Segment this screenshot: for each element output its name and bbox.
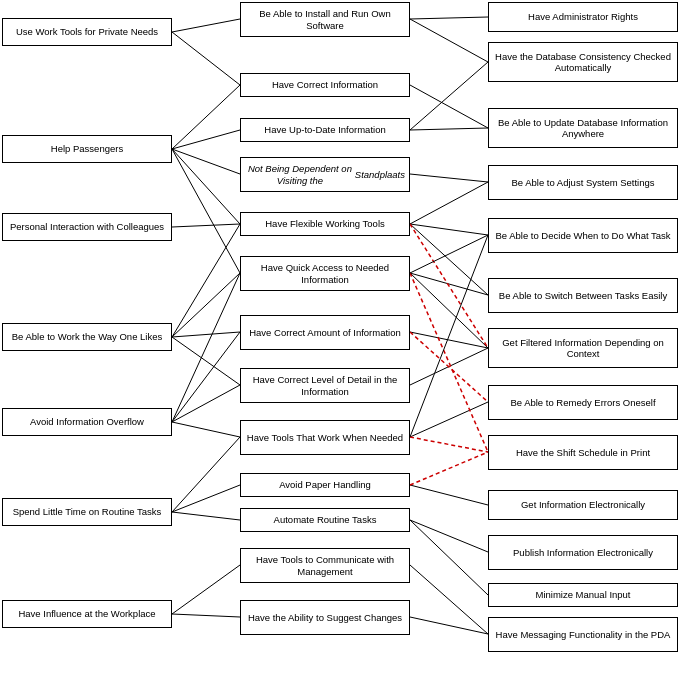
svg-line-16 (172, 437, 240, 512)
node-l2: Help Passengers (2, 135, 172, 163)
svg-line-25 (410, 224, 488, 235)
node-r12: Minimize Manual Input (488, 583, 678, 607)
svg-line-36 (410, 520, 488, 552)
svg-line-38 (410, 565, 488, 634)
node-m6: Have Quick Access to Needed Information (240, 256, 410, 291)
svg-line-17 (172, 485, 240, 512)
node-r4: Be Able to Adjust System Settings (488, 165, 678, 200)
svg-line-3 (172, 130, 240, 149)
node-m2: Have Correct Information (240, 73, 410, 97)
node-r11: Publish Information Electronically (488, 535, 678, 570)
svg-line-33 (410, 437, 488, 452)
node-r10: Get Information Electronically (488, 490, 678, 520)
svg-line-13 (172, 332, 240, 422)
svg-line-41 (410, 273, 488, 452)
node-r9: Have the Shift Schedule in Print (488, 435, 678, 470)
svg-line-37 (410, 520, 488, 595)
svg-line-7 (172, 224, 240, 227)
svg-line-30 (410, 332, 488, 348)
svg-line-29 (410, 273, 488, 348)
node-r5: Be Able to Decide When to Do What Task (488, 218, 678, 253)
node-r7: Get Filtered Information Depending on Co… (488, 328, 678, 368)
svg-line-9 (172, 273, 240, 337)
node-m7: Have Correct Amount of Information (240, 315, 410, 350)
diagram: Use Work Tools for Private Needs Help Pa… (0, 0, 685, 677)
svg-line-1 (172, 32, 240, 85)
node-m9: Have Tools That Work When Needed (240, 420, 410, 455)
node-m13: Have the Ability to Suggest Changes (240, 600, 410, 635)
svg-line-4 (172, 149, 240, 174)
node-m1: Be Able to Install and Run Own Software (240, 2, 410, 37)
svg-line-15 (172, 422, 240, 437)
svg-line-32 (410, 402, 488, 437)
svg-line-46 (410, 235, 488, 437)
svg-line-31 (410, 348, 488, 385)
svg-line-35 (410, 452, 488, 485)
node-l6: Spend Little Time on Routine Tasks (2, 498, 172, 526)
svg-line-0 (172, 19, 240, 32)
svg-line-11 (172, 337, 240, 385)
node-r3: Be Able to Update Database Information A… (488, 108, 678, 148)
svg-line-43 (410, 85, 488, 128)
node-r2: Have the Database Consistency Checked Au… (488, 42, 678, 82)
svg-line-5 (172, 149, 240, 224)
svg-line-22 (410, 19, 488, 62)
svg-line-23 (410, 128, 488, 130)
node-m4: Not Being Dependent on Visiting the Stan… (240, 157, 410, 192)
node-m8: Have Correct Level of Detail in the Info… (240, 368, 410, 403)
svg-line-2 (172, 85, 240, 149)
svg-line-20 (172, 614, 240, 617)
svg-line-21 (410, 17, 488, 19)
node-l3: Personal Interaction with Colleagues (2, 213, 172, 241)
svg-line-39 (410, 617, 488, 634)
svg-line-24 (410, 174, 488, 182)
node-l7: Have Influence at the Workplace (2, 600, 172, 628)
svg-line-45 (410, 235, 488, 273)
svg-line-10 (172, 332, 240, 337)
node-m5: Have Flexible Working Tools (240, 212, 410, 236)
svg-line-26 (410, 224, 488, 295)
svg-line-40 (410, 224, 488, 348)
svg-line-44 (410, 62, 488, 130)
node-r13: Have Messaging Functionality in the PDA (488, 617, 678, 652)
svg-line-12 (172, 273, 240, 422)
svg-line-34 (410, 485, 488, 505)
node-l5: Avoid Information Overflow (2, 408, 172, 436)
svg-line-14 (172, 385, 240, 422)
node-l4: Be Able to Work the Way One Likes (2, 323, 172, 351)
svg-line-28 (410, 273, 488, 295)
node-m10: Avoid Paper Handling (240, 473, 410, 497)
svg-line-18 (172, 512, 240, 520)
node-m11: Automate Routine Tasks (240, 508, 410, 532)
node-r8: Be Able to Remedy Errors Oneself (488, 385, 678, 420)
node-m3: Have Up-to-Date Information (240, 118, 410, 142)
svg-line-8 (172, 224, 240, 337)
svg-line-19 (172, 565, 240, 614)
node-l1: Use Work Tools for Private Needs (2, 18, 172, 46)
node-m12: Have Tools to Communicate with Managemen… (240, 548, 410, 583)
svg-line-6 (172, 149, 240, 273)
node-r6: Be Able to Switch Between Tasks Easily (488, 278, 678, 313)
svg-line-27 (410, 182, 488, 224)
svg-line-42 (410, 332, 488, 402)
node-r1: Have Administrator Rights (488, 2, 678, 32)
